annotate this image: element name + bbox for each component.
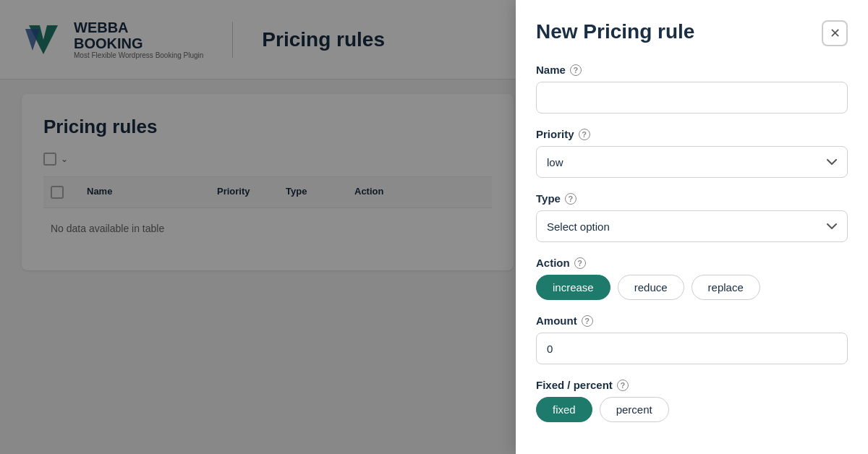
priority-select[interactable]: low medium high [536,146,848,178]
fixed-percent-button-group: fixed percent [536,397,848,422]
amount-field-group: Amount ? [536,314,848,364]
action-reduce-button[interactable]: reduce [618,275,684,300]
action-button-group: increase reduce replace [536,275,848,300]
action-help-icon: ? [574,257,586,269]
action-replace-button[interactable]: replace [692,275,760,300]
new-pricing-rule-panel: New Pricing rule ✕ Name ? Priority ? low… [516,0,868,454]
fixed-percent-help-icon: ? [617,380,629,391]
name-input[interactable] [536,82,848,113]
type-field-group: Type ? Select option [536,192,848,242]
action-field-group: Action ? increase reduce replace [536,257,848,300]
fixed-percent-label: Fixed / percent ? [536,379,848,391]
panel-title: New Pricing rule [536,20,694,43]
name-field-group: Name ? [536,64,848,113]
amount-label: Amount ? [536,314,848,327]
action-label: Action ? [536,257,848,269]
fixed-percent-field-group: Fixed / percent ? fixed percent [536,379,848,422]
amount-help-icon: ? [582,315,593,327]
amount-input[interactable] [536,333,848,364]
type-help-icon: ? [565,193,576,205]
action-increase-button[interactable]: increase [536,275,610,300]
type-label: Type ? [536,192,848,205]
priority-field-group: Priority ? low medium high [536,128,848,178]
fixed-button[interactable]: fixed [536,397,592,422]
name-label: Name ? [536,64,848,76]
priority-help-icon: ? [579,129,590,140]
panel-header: New Pricing rule ✕ [536,20,848,46]
type-select[interactable]: Select option [536,210,848,242]
percent-button[interactable]: percent [600,397,669,422]
priority-label: Priority ? [536,128,848,140]
name-help-icon: ? [570,64,582,76]
close-button[interactable]: ✕ [822,20,848,46]
